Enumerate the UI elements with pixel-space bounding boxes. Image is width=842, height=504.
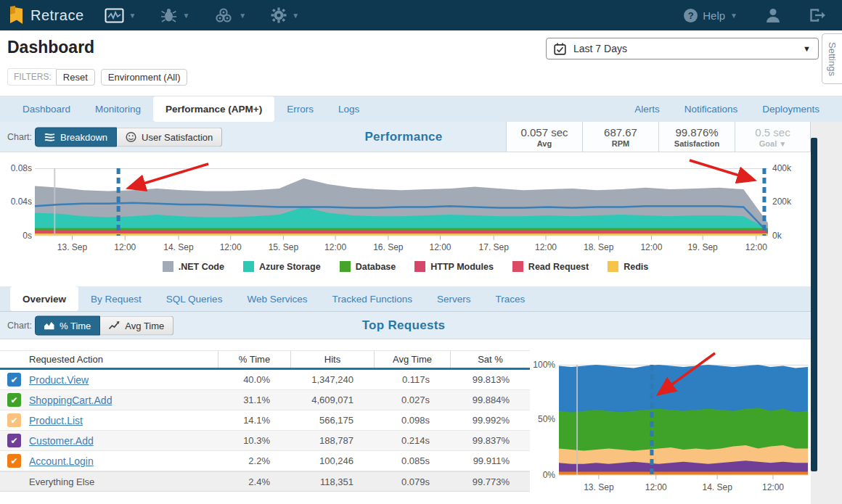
tab-deployments[interactable]: Deployments: [750, 96, 832, 122]
legend-item[interactable]: Redis: [608, 261, 648, 272]
column-header-pct-time[interactable]: % Time: [218, 351, 290, 368]
column-header-requested-action[interactable]: Requested Action: [0, 354, 218, 365]
stat-goal[interactable]: 0.5 sec Goal ▼: [735, 122, 811, 152]
legend-label: HTTP Modules: [430, 262, 494, 272]
retrace-brand[interactable]: Retrace: [0, 6, 84, 25]
reset-filters-button[interactable]: Reset: [56, 69, 95, 86]
errors-menu[interactable]: ▼: [160, 8, 189, 22]
top-requests-section-title: Top Requests: [362, 318, 446, 333]
area-chart-icon: [44, 321, 54, 330]
chart-type-label: Chart:: [7, 321, 32, 331]
settings-menu[interactable]: ▼: [271, 7, 299, 23]
settings-side-tab-label: Settings: [827, 42, 838, 76]
cell-hits: 188,787: [290, 435, 374, 446]
app-dashboard-icon: [105, 8, 124, 23]
request-link[interactable]: ShoppingCart.Add: [29, 394, 112, 406]
tab-web-services[interactable]: Web Services: [234, 286, 319, 311]
cell-pct-time: 14.1%: [218, 415, 290, 426]
x-axis-tick-label: 19. Sep: [687, 242, 717, 252]
stat-satisfaction: 99.876% Satisfaction: [658, 122, 735, 152]
tab-overview[interactable]: Overview: [10, 286, 78, 311]
chevron-down-icon: ▼: [730, 12, 737, 20]
cell-pct-time: 2.4%: [218, 476, 290, 487]
apm-menu[interactable]: ▼: [105, 8, 136, 23]
help-label: Help: [703, 9, 725, 22]
column-header-avg-time[interactable]: Avg Time: [374, 351, 450, 368]
vertical-scrollbar[interactable]: [811, 138, 817, 471]
performance-breakdown-chart[interactable]: 0.08s 0.04s 0s 400k 200k 0k 13. Sep12:00…: [0, 152, 811, 286]
tab-logs[interactable]: Logs: [326, 96, 372, 122]
tab-dashboard[interactable]: Dashboard: [10, 96, 83, 122]
legend-swatch: [414, 261, 425, 272]
layers-icon: [44, 132, 55, 141]
tab-tracked-functions[interactable]: Tracked Functions: [319, 286, 425, 311]
legend-item[interactable]: .NET Code: [163, 261, 224, 272]
user-satisfaction-button[interactable]: User Satisfaction: [117, 127, 222, 146]
x-axis-tick-label: 16. Sep: [373, 242, 403, 252]
stat-avg-label: Avg: [537, 139, 552, 148]
cell-sat-pct: 99.773%: [450, 476, 530, 487]
tab-by-request[interactable]: By Request: [78, 286, 154, 311]
performance-stats: 0.057 sec Avg 687.67 RPM 99.876% Satisfa…: [506, 122, 811, 152]
breakdown-button[interactable]: Breakdown: [35, 127, 117, 146]
logout-icon[interactable]: [809, 8, 826, 22]
cell-sat-pct: 99.813%: [450, 374, 530, 385]
chevron-down-icon: ▼: [292, 12, 299, 20]
legend-item[interactable]: Database: [340, 261, 396, 272]
request-link[interactable]: Product.View: [29, 374, 89, 386]
request-link[interactable]: Customer.Add: [29, 435, 94, 447]
user-satisfaction-button-label: User Satisfaction: [142, 131, 213, 142]
request-link[interactable]: Account.Login: [29, 455, 94, 467]
gear-icon: [271, 7, 287, 23]
tab-monitoring[interactable]: Monitoring: [83, 96, 153, 122]
legend-item[interactable]: Azure Storage: [243, 261, 321, 272]
logs-menu[interactable]: ▼: [214, 8, 246, 23]
row-checkbox[interactable]: ✔: [7, 373, 21, 387]
tab-notifications[interactable]: Notifications: [672, 96, 751, 122]
tab-servers[interactable]: Servers: [425, 286, 483, 311]
legend-item[interactable]: HTTP Modules: [414, 261, 494, 272]
legend-item[interactable]: Read Request: [512, 261, 589, 272]
cell-pct-time: 2.2%: [218, 455, 290, 466]
cell-avg-time: 0.214s: [374, 435, 450, 446]
cell-sat-pct: 99.911%: [450, 455, 530, 466]
help-menu[interactable]: ? Help ▼: [684, 9, 737, 22]
tab-alerts[interactable]: Alerts: [622, 96, 672, 122]
row-checkbox[interactable]: ✔: [7, 434, 21, 447]
x-axis-tick-label: 12:00: [762, 482, 784, 492]
row-checkbox[interactable]: ✔: [7, 393, 21, 407]
percent-time-button[interactable]: % Time: [35, 315, 100, 335]
performance-stacked-area-plot: [35, 168, 768, 241]
request-link[interactable]: Product.List: [29, 415, 83, 426]
retrace-dashboard-page: Retrace ▼ ▼: [0, 0, 842, 504]
user-account-icon[interactable]: [765, 7, 781, 23]
x-axis-tick-label: 12:00: [745, 242, 767, 252]
row-checkbox[interactable]: ✔: [7, 454, 21, 468]
calendar-check-icon: [554, 43, 566, 55]
tab-performance-apm[interactable]: Performance (APM+): [153, 96, 274, 122]
x-axis-tick-label: 13. Sep: [584, 482, 613, 492]
x-axis-tick-label: 15. Sep: [269, 242, 298, 252]
chevron-down-icon: ▼: [182, 12, 189, 20]
cell-sat-pct: 99.992%: [450, 415, 530, 426]
column-header-sat-pct[interactable]: Sat %: [450, 351, 530, 368]
environment-filter-button[interactable]: Environment (All): [101, 69, 188, 86]
settings-side-tab[interactable]: Settings: [822, 33, 842, 84]
tab-sql-queries[interactable]: SQL Queries: [154, 286, 235, 311]
x-axis-tick-label: 12:00: [324, 242, 346, 252]
tab-traces[interactable]: Traces: [483, 286, 537, 311]
x-axis-labels: 13. Sep12:0014. Sep12:0015. Sep12:0016. …: [35, 242, 768, 254]
everything-else-label: Everything Else: [0, 476, 218, 487]
tab-errors[interactable]: Errors: [274, 96, 326, 122]
date-range-dropdown[interactable]: Last 7 Days ▼: [546, 38, 819, 59]
cell-pct-time: 31.1%: [218, 394, 290, 405]
breakdown-button-label: Breakdown: [60, 131, 107, 142]
x-axis-tick-label: 13. Sep: [57, 242, 87, 252]
x-axis-tick-label: 17. Sep: [479, 242, 509, 252]
date-range-value: Last 7 Days: [573, 43, 627, 54]
row-checkbox[interactable]: ✔: [7, 413, 21, 427]
cell-avg-time: 0.027s: [374, 394, 450, 405]
column-header-hits[interactable]: Hits: [290, 351, 374, 368]
chart-legend: .NET Code Azure Storage Database HTTP Mo…: [0, 261, 811, 272]
avg-time-button[interactable]: Avg Time: [100, 315, 173, 335]
